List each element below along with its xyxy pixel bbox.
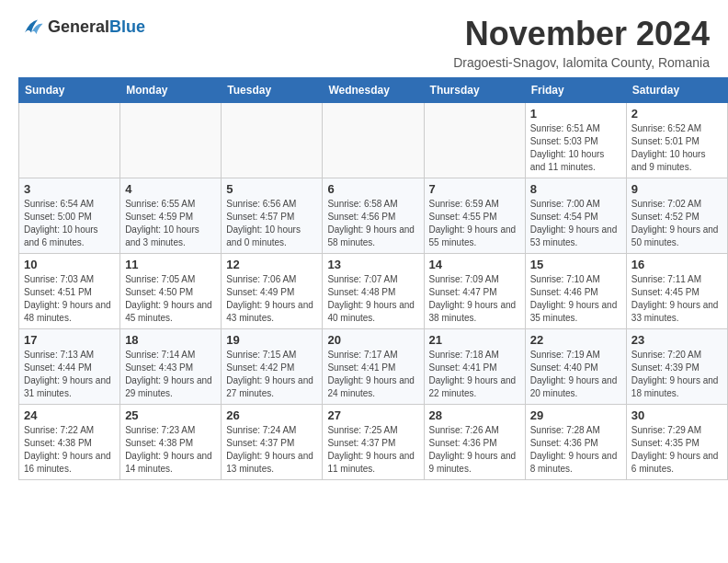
- day-info: Sunrise: 7:28 AM Sunset: 4:36 PM Dayligh…: [530, 424, 621, 476]
- calendar-cell: 28Sunrise: 7:26 AM Sunset: 4:36 PM Dayli…: [424, 405, 525, 480]
- calendar-cell: 18Sunrise: 7:14 AM Sunset: 4:43 PM Dayli…: [120, 329, 222, 405]
- day-info: Sunrise: 7:24 AM Sunset: 4:37 PM Dayligh…: [226, 424, 317, 476]
- day-info: Sunrise: 7:17 AM Sunset: 4:41 PM Dayligh…: [327, 349, 418, 400]
- day-number: 1: [530, 107, 621, 121]
- day-info: Sunrise: 7:23 AM Sunset: 4:38 PM Dayligh…: [125, 424, 216, 476]
- day-info: Sunrise: 7:06 AM Sunset: 4:49 PM Dayligh…: [226, 273, 317, 325]
- day-info: Sunrise: 7:15 AM Sunset: 4:42 PM Dayligh…: [226, 349, 317, 400]
- weekday-header-monday: Monday: [120, 78, 222, 103]
- day-number: 5: [226, 182, 317, 196]
- calendar-cell: 9Sunrise: 7:02 AM Sunset: 4:52 PM Daylig…: [626, 178, 727, 254]
- calendar-cell: [424, 103, 525, 178]
- day-info: Sunrise: 7:00 AM Sunset: 4:54 PM Dayligh…: [530, 198, 621, 249]
- calendar-cell: 15Sunrise: 7:10 AM Sunset: 4:46 PM Dayli…: [525, 254, 626, 329]
- day-number: 19: [226, 333, 317, 347]
- day-info: Sunrise: 7:20 AM Sunset: 4:39 PM Dayligh…: [631, 349, 722, 400]
- calendar-cell: 13Sunrise: 7:07 AM Sunset: 4:48 PM Dayli…: [323, 254, 424, 329]
- day-number: 11: [125, 258, 216, 271]
- calendar-cell: 30Sunrise: 7:29 AM Sunset: 4:35 PM Dayli…: [626, 405, 727, 480]
- day-number: 18: [125, 333, 216, 347]
- day-info: Sunrise: 6:55 AM Sunset: 4:59 PM Dayligh…: [125, 198, 216, 249]
- day-number: 24: [24, 408, 115, 422]
- weekday-header-sunday: Sunday: [19, 78, 120, 103]
- day-info: Sunrise: 7:05 AM Sunset: 4:50 PM Dayligh…: [125, 273, 216, 325]
- day-info: Sunrise: 7:29 AM Sunset: 4:35 PM Dayligh…: [631, 424, 722, 476]
- day-info: Sunrise: 7:11 AM Sunset: 4:45 PM Dayligh…: [631, 273, 722, 325]
- calendar-cell: [323, 103, 424, 178]
- calendar-week-1: 1Sunrise: 6:51 AM Sunset: 5:03 PM Daylig…: [19, 103, 728, 178]
- day-info: Sunrise: 7:25 AM Sunset: 4:37 PM Dayligh…: [327, 424, 418, 476]
- day-info: Sunrise: 7:19 AM Sunset: 4:40 PM Dayligh…: [530, 349, 621, 400]
- day-info: Sunrise: 7:02 AM Sunset: 4:52 PM Dayligh…: [631, 198, 722, 249]
- calendar-cell: 24Sunrise: 7:22 AM Sunset: 4:38 PM Dayli…: [19, 405, 120, 480]
- calendar-cell: 7Sunrise: 6:59 AM Sunset: 4:55 PM Daylig…: [424, 178, 525, 254]
- calendar-week-5: 24Sunrise: 7:22 AM Sunset: 4:38 PM Dayli…: [19, 405, 728, 480]
- day-number: 2: [631, 107, 722, 121]
- logo-icon: [18, 15, 44, 40]
- calendar-cell: 25Sunrise: 7:23 AM Sunset: 4:38 PM Dayli…: [120, 405, 222, 480]
- calendar-cell: 14Sunrise: 7:09 AM Sunset: 4:47 PM Dayli…: [424, 254, 525, 329]
- day-info: Sunrise: 7:03 AM Sunset: 4:51 PM Dayligh…: [24, 273, 115, 325]
- day-number: 30: [631, 408, 722, 422]
- calendar-cell: 20Sunrise: 7:17 AM Sunset: 4:41 PM Dayli…: [323, 329, 424, 405]
- day-info: Sunrise: 7:10 AM Sunset: 4:46 PM Dayligh…: [530, 273, 621, 325]
- calendar-header: SundayMondayTuesdayWednesdayThursdayFrid…: [19, 78, 728, 103]
- calendar-cell: 4Sunrise: 6:55 AM Sunset: 4:59 PM Daylig…: [120, 178, 222, 254]
- day-info: Sunrise: 7:26 AM Sunset: 4:36 PM Dayligh…: [429, 424, 520, 476]
- day-number: 3: [24, 182, 115, 196]
- day-number: 4: [125, 182, 216, 196]
- weekday-header-row: SundayMondayTuesdayWednesdayThursdayFrid…: [19, 78, 728, 103]
- day-info: Sunrise: 7:13 AM Sunset: 4:44 PM Dayligh…: [24, 349, 115, 400]
- calendar-cell: 6Sunrise: 6:58 AM Sunset: 4:56 PM Daylig…: [323, 178, 424, 254]
- calendar-cell: 23Sunrise: 7:20 AM Sunset: 4:39 PM Dayli…: [626, 329, 727, 405]
- calendar-body: 1Sunrise: 6:51 AM Sunset: 5:03 PM Daylig…: [19, 103, 728, 480]
- day-number: 7: [429, 182, 520, 196]
- location: Dragoesti-Snagov, Ialomita County, Roman…: [453, 55, 710, 70]
- day-number: 10: [24, 258, 115, 271]
- day-info: Sunrise: 7:09 AM Sunset: 4:47 PM Dayligh…: [429, 273, 520, 325]
- day-number: 29: [530, 408, 621, 422]
- day-info: Sunrise: 7:14 AM Sunset: 4:43 PM Dayligh…: [125, 349, 216, 400]
- day-number: 27: [327, 408, 418, 422]
- calendar-week-2: 3Sunrise: 6:54 AM Sunset: 5:00 PM Daylig…: [19, 178, 728, 254]
- calendar-cell: 1Sunrise: 6:51 AM Sunset: 5:03 PM Daylig…: [525, 103, 626, 178]
- calendar-cell: 22Sunrise: 7:19 AM Sunset: 4:40 PM Dayli…: [525, 329, 626, 405]
- calendar-cell: [120, 103, 222, 178]
- calendar-cell: 27Sunrise: 7:25 AM Sunset: 4:37 PM Dayli…: [323, 405, 424, 480]
- day-number: 8: [530, 182, 621, 196]
- calendar-cell: 5Sunrise: 6:56 AM Sunset: 4:57 PM Daylig…: [222, 178, 323, 254]
- day-number: 15: [530, 258, 621, 271]
- day-number: 13: [327, 258, 418, 271]
- day-info: Sunrise: 6:52 AM Sunset: 5:01 PM Dayligh…: [631, 122, 722, 174]
- calendar-cell: 26Sunrise: 7:24 AM Sunset: 4:37 PM Dayli…: [222, 405, 323, 480]
- day-info: Sunrise: 6:58 AM Sunset: 4:56 PM Dayligh…: [327, 198, 418, 249]
- calendar-cell: [222, 103, 323, 178]
- calendar-cell: 8Sunrise: 7:00 AM Sunset: 4:54 PM Daylig…: [525, 178, 626, 254]
- calendar-cell: 3Sunrise: 6:54 AM Sunset: 5:00 PM Daylig…: [19, 178, 120, 254]
- day-number: 6: [327, 182, 418, 196]
- page-header: General Blue November 2024 Dragoesti-Sna…: [0, 0, 728, 77]
- day-info: Sunrise: 6:54 AM Sunset: 5:00 PM Dayligh…: [24, 198, 115, 249]
- day-number: 16: [631, 258, 722, 271]
- calendar-cell: 17Sunrise: 7:13 AM Sunset: 4:44 PM Dayli…: [19, 329, 120, 405]
- day-info: Sunrise: 7:22 AM Sunset: 4:38 PM Dayligh…: [24, 424, 115, 476]
- day-info: Sunrise: 6:56 AM Sunset: 4:57 PM Dayligh…: [226, 198, 317, 249]
- weekday-header-friday: Friday: [525, 78, 626, 103]
- day-number: 23: [631, 333, 722, 347]
- logo: General Blue: [18, 15, 145, 40]
- calendar-wrapper: SundayMondayTuesdayWednesdayThursdayFrid…: [0, 77, 728, 489]
- calendar-cell: 16Sunrise: 7:11 AM Sunset: 4:45 PM Dayli…: [626, 254, 727, 329]
- day-number: 12: [226, 258, 317, 271]
- title-block: November 2024 Dragoesti-Snagov, Ialomita…: [453, 15, 710, 70]
- calendar-cell: 2Sunrise: 6:52 AM Sunset: 5:01 PM Daylig…: [626, 103, 727, 178]
- calendar-cell: 12Sunrise: 7:06 AM Sunset: 4:49 PM Dayli…: [222, 254, 323, 329]
- calendar-cell: [19, 103, 120, 178]
- day-number: 14: [429, 258, 520, 271]
- weekday-header-saturday: Saturday: [626, 78, 727, 103]
- calendar-table: SundayMondayTuesdayWednesdayThursdayFrid…: [18, 77, 728, 480]
- calendar-cell: 11Sunrise: 7:05 AM Sunset: 4:50 PM Dayli…: [120, 254, 222, 329]
- calendar-week-4: 17Sunrise: 7:13 AM Sunset: 4:44 PM Dayli…: [19, 329, 728, 405]
- day-info: Sunrise: 7:07 AM Sunset: 4:48 PM Dayligh…: [327, 273, 418, 325]
- day-info: Sunrise: 6:59 AM Sunset: 4:55 PM Dayligh…: [429, 198, 520, 249]
- logo-text: General Blue: [48, 18, 145, 37]
